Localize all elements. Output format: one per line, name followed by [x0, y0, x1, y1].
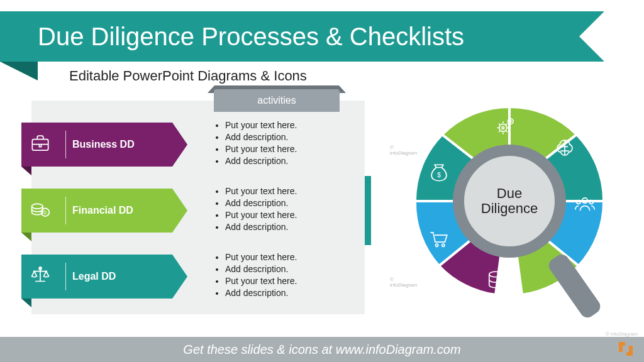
moneybag-icon: $: [426, 160, 452, 185]
page-title: Due Diligence Processes & Checklists: [0, 11, 604, 62]
panel-accent: [365, 176, 371, 245]
svg-text:①: ①: [43, 210, 47, 216]
bullet: Add description.: [225, 263, 352, 275]
svg-point-1: [32, 204, 43, 209]
row-label: Financial DD: [72, 205, 133, 216]
row-legal-dd: Legal DD: [21, 255, 172, 299]
arrow-business-dd: Business DD: [21, 123, 172, 167]
bullet: Put your text here.: [225, 143, 352, 155]
bullet: Put your text here.: [225, 185, 352, 197]
divider: [65, 197, 66, 224]
due-diligence-wheel: $ DueDiligence: [402, 94, 616, 308]
bullet: Add description.: [225, 287, 352, 299]
arrow-legal-dd: Legal DD: [21, 255, 172, 299]
bullet: Put your text here.: [225, 275, 352, 287]
row-label: Legal DD: [72, 271, 116, 282]
database-icon: [483, 267, 508, 292]
briefcase-icon: [21, 131, 59, 158]
svg-point-8: [510, 121, 512, 123]
divider: [65, 131, 66, 158]
bullet: Put your text here.: [225, 119, 352, 131]
magnifier-lens: DueDiligence: [453, 145, 566, 258]
svg-point-10: [577, 200, 580, 204]
svg-point-13: [435, 244, 438, 246]
row-label: Business DD: [72, 139, 135, 150]
infodiagram-logo-icon: [616, 339, 635, 358]
bullet: Add description.: [225, 197, 352, 209]
footer-bar: Get these slides & icons at www.infoDiag…: [0, 337, 644, 362]
page-subtitle: Editable PowerPoint Diagrams & Icons: [69, 68, 307, 84]
row-fold: [21, 299, 31, 307]
svg-point-9: [582, 198, 588, 204]
ribbon-fold: [0, 62, 38, 80]
bullet: Put your text here.: [225, 209, 352, 221]
bullets-financial-dd: © infoDiagram Put your text here. Add de…: [214, 185, 352, 233]
wheel-center-label: DueDiligence: [481, 186, 538, 216]
column-header-activities: activities: [214, 89, 340, 112]
svg-point-11: [589, 200, 593, 204]
svg-point-5: [499, 124, 507, 131]
bullets-legal-dd: © infoDiagram Put your text here. Add de…: [214, 251, 352, 299]
arrow-financial-dd: ① Financial DD: [21, 189, 172, 233]
bullet: Add description.: [225, 221, 352, 233]
title-ribbon: Due Diligence Processes & Checklists: [0, 11, 604, 62]
gears-icon: [494, 113, 519, 138]
coins-icon: ①: [21, 197, 59, 224]
row-fold: [21, 167, 31, 175]
bullet: Put your text here.: [225, 251, 352, 263]
divider: [65, 263, 66, 290]
bullets-business-dd: © infoDiagram Put your text here. Add de…: [214, 119, 352, 167]
checklist-panel: activities Business DD: [31, 101, 365, 314]
cart-icon: [426, 226, 452, 251]
people-icon: [572, 192, 597, 217]
brain-icon: [552, 135, 577, 160]
watermark: © infoDiagram: [606, 331, 638, 337]
bullet: Add description.: [225, 131, 352, 143]
svg-point-12: [489, 272, 502, 277]
svg-point-6: [502, 127, 504, 129]
svg-point-14: [442, 244, 445, 246]
footer-text: Get these slides & icons at www.infoDiag…: [183, 343, 460, 357]
bullet: Add description.: [225, 155, 352, 167]
svg-point-7: [508, 119, 514, 124]
row-fold: [21, 233, 31, 241]
scales-icon: [21, 263, 59, 290]
svg-text:$: $: [437, 172, 441, 178]
row-financial-dd: ① Financial DD: [21, 189, 172, 233]
row-business-dd: Business DD: [21, 123, 172, 167]
